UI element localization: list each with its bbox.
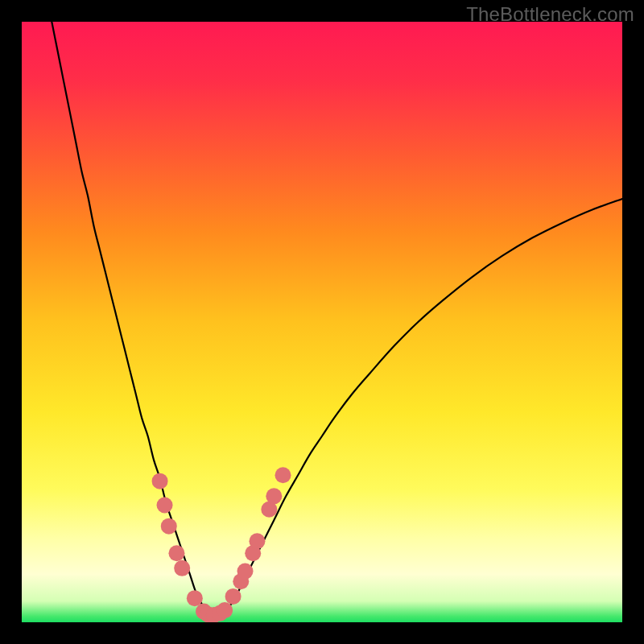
chart-canvas [22, 22, 622, 622]
curve-marker [168, 545, 184, 561]
curve-marker [174, 560, 190, 576]
curve-marker [152, 473, 168, 489]
curve-marker [187, 590, 203, 606]
plot-area [22, 22, 622, 622]
gradient-background [22, 22, 622, 622]
curve-marker [275, 467, 291, 483]
curve-marker [249, 533, 265, 549]
curve-marker [217, 602, 233, 618]
outer-frame: TheBottleneck.com [0, 0, 644, 644]
curve-marker [237, 564, 254, 580]
curve-marker [157, 497, 173, 514]
curve-marker [225, 588, 242, 605]
curve-marker [161, 518, 177, 535]
watermark-text: TheBottleneck.com [466, 3, 634, 26]
curve-marker [266, 488, 282, 504]
